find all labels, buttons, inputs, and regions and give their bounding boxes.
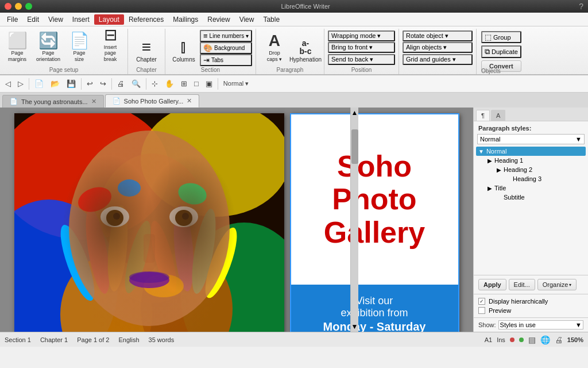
window-controls[interactable] xyxy=(5,3,32,10)
scroll-down-button[interactable]: ▼ xyxy=(350,321,359,332)
toolbar-hand[interactable]: ✋ xyxy=(162,78,177,90)
show-value: Styles in use xyxy=(500,321,536,328)
columns-button[interactable]: ⫿ Columns xyxy=(169,36,199,66)
menu-table[interactable]: Table xyxy=(258,14,284,25)
organize-button[interactable]: Organize ▾ xyxy=(537,279,577,290)
group-button[interactable]: ⬚ Group xyxy=(481,31,521,43)
group-label: Group xyxy=(493,34,511,41)
help-icon[interactable]: ? xyxy=(579,2,583,11)
style-dropdown-value: Normal xyxy=(480,136,500,143)
scroll-thumb[interactable] xyxy=(351,129,358,164)
maximize-button[interactable] xyxy=(25,3,32,10)
toolbar-find[interactable]: 🔍 xyxy=(129,78,144,90)
toolbar-arrow-right[interactable]: ▷ xyxy=(15,78,26,90)
apply-button[interactable]: Apply xyxy=(478,279,506,290)
style-item-heading1[interactable]: ▶ Heading 1 xyxy=(476,156,586,165)
toolbar-zoom-fit[interactable]: ⊞ xyxy=(178,78,190,90)
tab-character-styles[interactable]: A xyxy=(491,110,505,121)
style-label-heading2: Heading 2 xyxy=(504,166,532,173)
send-to-back-label: Send to back ▾ xyxy=(331,56,373,63)
preview-checkbox[interactable] xyxy=(478,307,485,314)
tabs-button[interactable]: ⇥ Tabs xyxy=(200,54,252,66)
style-item-title[interactable]: ▶ Title xyxy=(476,183,586,193)
page-margins-button[interactable]: ⬜ Pagemargins xyxy=(2,30,32,66)
toolbar-cursor[interactable]: ⊹ xyxy=(149,78,161,90)
style-dropdown[interactable]: Normal ▼ xyxy=(477,134,585,144)
toolbar-undo[interactable]: ↩ xyxy=(84,78,96,90)
tabs-icon: ⇥ xyxy=(203,56,210,64)
chapter-button[interactable]: ≡ Chapter xyxy=(131,36,161,66)
menu-review[interactable]: Review xyxy=(203,14,234,25)
show-select[interactable]: Styles in use ▼ xyxy=(498,320,583,329)
group-icon: ⬚ xyxy=(485,33,492,41)
grid-guides-button[interactable]: Grid and guides ▾ xyxy=(403,54,473,65)
send-to-back-button[interactable]: Send to back ▾ xyxy=(328,54,395,65)
hyphenation-button[interactable]: a-b-c Hyphenation xyxy=(291,36,320,66)
align-objects-button[interactable]: Align objects ▾ xyxy=(403,42,473,53)
scroll-up-button[interactable]: ▲ xyxy=(350,108,359,118)
display-hierarchically-option[interactable]: Display hierarchically xyxy=(478,297,583,306)
preview-option[interactable]: Preview xyxy=(478,306,583,315)
status-indicator-red xyxy=(510,338,514,342)
toolbar-print[interactable]: 🖨 xyxy=(114,78,127,90)
duplicate-icon: ⧉ xyxy=(485,47,490,56)
line-numbers-button[interactable]: ≡ Line numbers ▾ xyxy=(200,30,252,42)
document-area[interactable]: Soho Photo Gallery Visit our exhibition … xyxy=(0,108,473,332)
tab-close-1[interactable]: ✕ xyxy=(91,98,96,105)
menu-layout[interactable]: Layout xyxy=(94,14,124,25)
hyphenation-label: Hyphenation xyxy=(289,56,322,63)
show-arrow: ▼ xyxy=(575,321,582,328)
toolbar-redo[interactable]: ↪ xyxy=(97,78,109,90)
style-item-normal[interactable]: ▼ Normal xyxy=(476,147,586,156)
background-button[interactable]: 🎨 Background xyxy=(200,42,252,54)
vertical-scrollbar[interactable]: ▲ ▼ xyxy=(350,108,358,332)
menu-view2[interactable]: View xyxy=(235,14,259,25)
style-expand-h2: ▶ xyxy=(497,167,501,173)
tab-close-2[interactable]: ✕ xyxy=(187,97,192,105)
organize-label: Organize xyxy=(543,281,568,288)
toolbar-normal-view[interactable]: □ xyxy=(191,78,202,90)
toolbar-save[interactable]: 💾 xyxy=(64,78,79,90)
menu-references[interactable]: References xyxy=(124,14,168,25)
rotate-object-button[interactable]: Rotate object ▾ xyxy=(403,30,473,41)
menu-insert[interactable]: Insert xyxy=(68,14,94,25)
status-mode: Ins xyxy=(497,336,505,343)
tab-young-astronauts[interactable]: 📄 The young astronauts... ✕ xyxy=(2,95,104,108)
edit-button[interactable]: Edit... xyxy=(509,279,535,290)
status-bar: Section 1 Chapter 1 Page 1 of 2 English … xyxy=(0,332,588,347)
view-normal-button[interactable]: ▤ xyxy=(528,335,536,344)
close-button[interactable] xyxy=(5,3,11,10)
style-item-heading3[interactable]: ▶ Heading 3 xyxy=(476,174,586,183)
minimize-button[interactable] xyxy=(15,3,22,10)
duplicate-button[interactable]: ⧉ Duplicate xyxy=(481,45,521,58)
page-orientation-icon: 🔄 xyxy=(38,33,59,49)
menu-edit[interactable]: Edit xyxy=(22,14,44,25)
toolbar-arrow-left[interactable]: ◁ xyxy=(2,78,14,90)
tab-soho-gallery[interactable]: 📄 Soho Photo Gallery... ✕ xyxy=(105,94,200,108)
toolbar: ◁ ▷ 📄 📂 💾 ↩ ↪ 🖨 🔍 ⊹ ✋ ⊞ □ ▣ Normal ▾ xyxy=(0,75,588,93)
insert-page-break-button[interactable]: ⊟ Insertpagebreak xyxy=(95,24,125,66)
toolbar-select[interactable]: ▣ xyxy=(203,78,215,90)
view-print-button[interactable]: 🖨 xyxy=(555,335,563,344)
menu-view[interactable]: View xyxy=(44,14,68,25)
toolbar-open[interactable]: 📂 xyxy=(48,78,63,90)
view-web-button[interactable]: 🌐 xyxy=(540,335,550,344)
columns-icon: ⫿ xyxy=(180,39,188,55)
tab-paragraph-styles[interactable]: ¶ xyxy=(476,110,490,121)
toolbar-new[interactable]: 📄 xyxy=(32,78,47,90)
menu-file[interactable]: File xyxy=(2,14,22,25)
bring-to-front-button[interactable]: Bring to front ▾ xyxy=(328,42,395,53)
menu-mailings[interactable]: Mailings xyxy=(168,14,203,25)
style-item-heading2[interactable]: ▶ Heading 2 xyxy=(476,165,586,174)
display-hierarchically-checkbox[interactable] xyxy=(478,298,485,305)
drop-caps-button[interactable]: A Dropcaps ▾ xyxy=(260,30,289,66)
toolbar-styles-dropdown[interactable]: Normal ▾ xyxy=(220,78,266,89)
duplicate-label: Duplicate xyxy=(492,48,518,55)
wrapping-mode-button[interactable]: Wrapping mode ▾ xyxy=(328,30,395,41)
status-words: 35 words xyxy=(149,336,175,343)
page-orientation-button[interactable]: 🔄 Pageorientation xyxy=(33,30,63,66)
page-size-button[interactable]: 📄 Pagesize xyxy=(64,30,94,66)
soho-title-line2: Photo xyxy=(332,182,416,216)
page-wrap: Soho Photo Gallery Visit our exhibition … xyxy=(14,113,459,332)
style-item-subtitle[interactable]: ▶ Subtitle xyxy=(476,193,586,202)
